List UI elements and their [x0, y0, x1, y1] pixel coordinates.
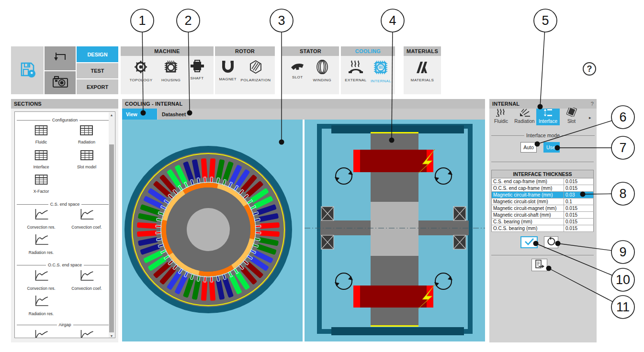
return-arrow-icon: [52, 51, 68, 66]
toolbar-item-label: MATERIALS: [411, 78, 434, 82]
toolbar-group-body: MATERIALS: [404, 56, 441, 94]
internal-tab-interface[interactable]: Interface: [536, 109, 560, 125]
toolbar-group-body: MAGNET POLARIZATION: [215, 56, 275, 94]
section-item-convection-res-[interactable]: Convection res.: [27, 209, 55, 230]
toolbar-item-shaft[interactable]: SHAFT: [190, 60, 205, 80]
toolbar-item-topology[interactable]: TOPOLOGY: [129, 60, 152, 82]
polarization-icon: [249, 60, 263, 76]
section-item-radiation[interactable]: Radiation: [78, 125, 95, 144]
internal-tab-label: Slot: [567, 119, 576, 124]
chart-icon: [34, 330, 49, 338]
panel-help-icon[interactable]: ?: [591, 101, 594, 107]
restore-button[interactable]: [544, 236, 558, 248]
callout-number: 11: [616, 300, 630, 314]
chart-icon: [34, 295, 48, 309]
thickness-row-5[interactable]: Magnetic circuit-shaft (mm) 0.015: [492, 212, 594, 219]
export-results-button[interactable]: [531, 259, 547, 271]
internal-tab-slot[interactable]: Slot: [560, 109, 583, 125]
back-step-button[interactable]: [45, 46, 76, 70]
sections-scrollbar[interactable]: ▲ ▼: [109, 112, 114, 338]
export-mode-button[interactable]: EXPORT: [77, 79, 118, 94]
section-item-radiation-res-[interactable]: Radiation res.: [29, 234, 54, 255]
section-group-title: O.C.S. end space: [15, 263, 115, 267]
thickness-value[interactable]: 0.015: [564, 212, 594, 219]
scroll-up-icon[interactable]: ▲: [109, 112, 114, 117]
callout-circle-2: [177, 9, 200, 32]
apply-button[interactable]: [520, 236, 538, 248]
toolbar-item-polarization[interactable]: POLARIZATION: [241, 60, 271, 82]
toolbar-group-title: MATERIALS: [404, 46, 441, 56]
thickness-row-6[interactable]: C.S. bearing (mm) 0.015: [492, 219, 594, 225]
thickness-row-3[interactable]: Magnetic circuit-slot (mm) 0.1: [492, 198, 594, 205]
thickness-row-4[interactable]: Magnetic circuit-magnet (mm) 0.015: [492, 205, 594, 212]
section-item-interface[interactable]: Interface: [33, 150, 49, 169]
thickness-row-1[interactable]: O.C.S. end cap-frame (mm) 0.015: [492, 185, 594, 192]
section-item-x-factor[interactable]: X-Factor: [34, 175, 49, 194]
slot-model-icon: [566, 108, 577, 118]
toolbar-item-label: MAGNET: [219, 77, 237, 81]
design-mode-button[interactable]: DESIGN: [77, 46, 118, 62]
toolbar-item-slot[interactable]: SLOT: [290, 60, 305, 79]
section-item-airgap-curve[interactable]: [34, 330, 49, 338]
chart-icon: [34, 209, 49, 222]
interface-mode-user-button[interactable]: User: [543, 142, 560, 153]
section-item-label: Convection res.: [27, 286, 55, 291]
thickness-row-7[interactable]: O.C.S. bearing (mm) 0.015: [492, 225, 594, 232]
save-button[interactable]: *: [11, 46, 44, 94]
export-document-icon: [534, 259, 545, 271]
interface-thickness-table: INTERFACE THICKNESS C.S. end cap-frame (…: [491, 170, 594, 232]
thickness-row-2[interactable]: Magnetic circuit-frame (mm) 0.03: [492, 192, 594, 198]
section-item-label: Slot model: [77, 165, 96, 169]
tab-datasheet[interactable]: Datasheet: [158, 109, 190, 120]
sections-panel-title: SECTIONS: [11, 99, 118, 109]
thickness-value[interactable]: 0.015: [564, 225, 594, 232]
interface-icon: [543, 109, 554, 118]
internal-tab-label: Interface: [539, 119, 557, 124]
internal-panel-header: INTERNAL ?: [489, 99, 597, 109]
section-item-radiation-res-[interactable]: Radiation res.: [29, 295, 54, 316]
toolbar-item-label: EXTERNAL: [345, 78, 366, 82]
snapshot-button[interactable]: [45, 71, 76, 94]
thickness-row-0[interactable]: C.S. end cap-frame (mm) 0.015: [492, 178, 594, 185]
scroll-down-icon[interactable]: ▼: [109, 333, 114, 338]
thickness-value[interactable]: 0.015: [564, 205, 594, 212]
section-item-convection-res-[interactable]: Convection res.: [27, 270, 55, 291]
toolbar-item-label: POLARIZATION: [241, 78, 271, 82]
app-window: * DESIGN TEST EXPORT MACHINE: [0, 0, 644, 352]
section-item-label: Interface: [33, 165, 49, 169]
callout-circle-6: [611, 106, 634, 129]
section-item-convection-coef-[interactable]: Convection coef.: [71, 209, 102, 230]
tab-view[interactable]: View: [122, 109, 157, 120]
scrollbar-thumb[interactable]: [109, 144, 114, 332]
section-item-convection-coef-[interactable]: Convection coef.: [71, 270, 102, 291]
thickness-value[interactable]: 0.015: [564, 185, 594, 192]
interface-mode-auto-button[interactable]: Auto: [520, 142, 537, 153]
toolbar-item-magnet[interactable]: MAGNET: [219, 60, 237, 81]
table-icon: [35, 175, 48, 187]
internal-tab-radiation[interactable]: Radiation: [513, 109, 536, 125]
test-mode-button[interactable]: TEST: [77, 63, 118, 78]
table-icon: [80, 125, 93, 137]
toolbar-item-materials[interactable]: MATERIALS: [411, 60, 434, 82]
section-group-title: Airgap: [15, 322, 115, 327]
toolbar-item-external[interactable]: EXTERNAL: [345, 60, 366, 82]
callout-number: 7: [619, 141, 626, 155]
thickness-label: O.C.S. end cap-frame (mm): [492, 185, 564, 192]
toolbar-item-internal[interactable]: INTERNAL: [371, 60, 391, 83]
thickness-value[interactable]: 0.03: [564, 192, 594, 198]
thickness-value[interactable]: 0.015: [564, 178, 594, 185]
thickness-label: C.S. bearing (mm): [492, 219, 564, 225]
section-item-slot-model[interactable]: Slot model: [77, 150, 96, 169]
help-button[interactable]: ?: [583, 62, 596, 76]
internal-tab-fluidic[interactable]: Fluidic: [489, 109, 513, 125]
thickness-value[interactable]: 0.1: [564, 198, 594, 205]
toolbar-item-label: SLOT: [292, 75, 303, 79]
thickness-value[interactable]: 0.015: [564, 219, 594, 225]
section-item-airgap-curve[interactable]: [79, 330, 94, 338]
more-tabs-arrow[interactable]: ▸: [589, 115, 591, 120]
section-item-fluidic[interactable]: Fluidic: [35, 125, 48, 144]
table-title: INTERFACE THICKNESS: [492, 170, 594, 178]
sections-panel: Configuration Fluidic Radiation Interfac…: [11, 109, 118, 342]
toolbar-item-housing[interactable]: HOUSING: [161, 60, 181, 82]
toolbar-item-winding[interactable]: WINDING: [313, 60, 331, 82]
